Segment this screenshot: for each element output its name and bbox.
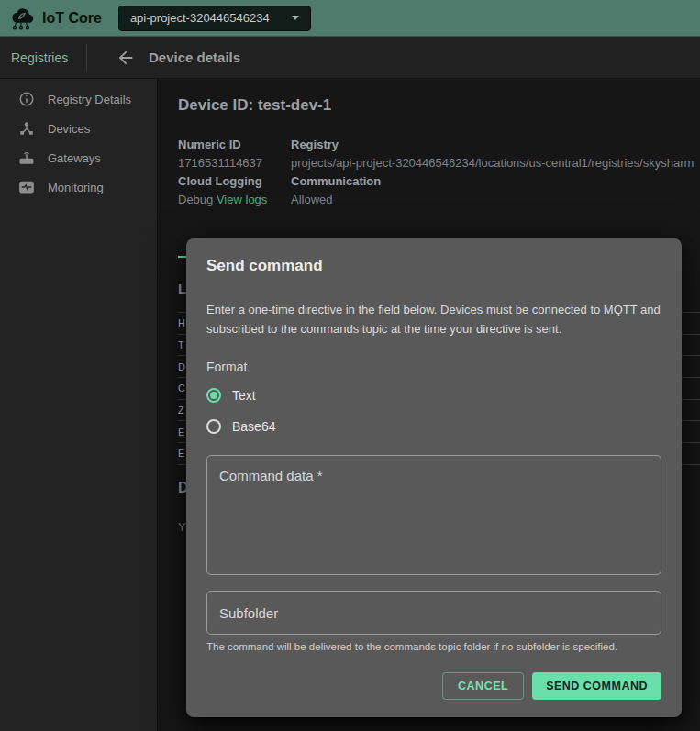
registry-value: projects/api-project-320446546234/locati…	[291, 154, 700, 172]
router-icon	[18, 150, 35, 166]
numeric-id-value: 1716531114637	[178, 154, 291, 172]
communication-label: Communication	[291, 172, 700, 191]
subfolder-helper-text: The command will be delivered to the com…	[206, 641, 661, 652]
project-selector-label: api-project-320446546234	[130, 11, 270, 25]
cloud-logging-label: Cloud Logging	[178, 172, 291, 191]
iot-core-app: IoT Core api-project-320446546234 Regist…	[0, 0, 700, 731]
app-title: IoT Core	[42, 10, 102, 27]
sidebar-item-monitoring[interactable]: Monitoring	[0, 172, 157, 202]
iot-core-logo-icon	[7, 6, 35, 31]
sidebar-item-devices[interactable]: Devices	[0, 114, 157, 143]
chevron-down-icon	[292, 16, 299, 20]
registries-link[interactable]: Registries	[11, 50, 68, 65]
radio-label: Base64	[232, 419, 275, 434]
radio-label: Text	[232, 388, 256, 403]
dialog-title: Send command	[206, 257, 661, 275]
sidebar-item-label: Gateways	[48, 151, 101, 165]
sidebar-item-label: Monitoring	[48, 181, 104, 194]
sidebar-item-registry-details[interactable]: Registry Details	[0, 84, 157, 114]
view-logs-link[interactable]: View logs	[217, 193, 267, 206]
device-id-heading: Device ID: test-dev-1	[178, 96, 331, 115]
monitoring-icon	[18, 179, 35, 195]
clipped-section-heading-1: L	[178, 281, 186, 296]
registry-label: Registry	[291, 136, 700, 154]
cancel-button[interactable]: CANCEL	[442, 672, 524, 700]
page-title: Device details	[149, 50, 240, 65]
dialog-actions: CANCEL SEND COMMAND	[206, 672, 661, 700]
arrow-left-icon	[116, 48, 136, 68]
row-label-fragment: E	[178, 426, 184, 437]
sidebar: Registry Details Devices Gateways Monito…	[0, 79, 158, 731]
page-header-bar: Registries Device details	[0, 37, 700, 79]
registries-nav: Registries	[0, 44, 87, 72]
clipped-section-text: Y	[178, 520, 186, 534]
dialog-description: Enter a one-time directive in the field …	[206, 300, 663, 338]
row-label-fragment: E	[178, 448, 184, 459]
row-label-fragment: C	[178, 382, 185, 393]
sidebar-item-label: Devices	[48, 122, 90, 136]
project-selector[interactable]: api-project-320446546234	[118, 6, 311, 31]
row-label-fragment: H	[178, 317, 185, 328]
row-label-fragment: D	[178, 361, 185, 372]
numeric-id-label: Numeric ID	[178, 136, 291, 154]
cloud-logging-value: Debug View logs	[178, 191, 291, 209]
cloud-logging-mode: Debug	[178, 193, 213, 206]
device-hub-icon	[18, 120, 35, 137]
radio-button-icon	[206, 388, 221, 403]
sidebar-item-gateways[interactable]: Gateways	[0, 143, 157, 172]
info-icon	[18, 91, 35, 107]
back-button[interactable]	[115, 47, 137, 69]
device-info-grid: Numeric ID Registry 1716531114637 projec…	[178, 136, 700, 209]
subfolder-input[interactable]	[206, 591, 661, 635]
format-radio-text[interactable]: Text	[206, 386, 661, 404]
row-label-fragment: T	[178, 339, 184, 350]
row-label-fragment: Z	[178, 404, 184, 415]
app-header: IoT Core api-project-320446546234	[0, 0, 700, 37]
communication-value: Allowed	[291, 191, 700, 209]
command-data-input[interactable]	[206, 455, 661, 575]
send-command-dialog: Send command Enter a one-time directive …	[186, 238, 682, 717]
radio-button-icon	[206, 419, 221, 434]
format-label: Format	[206, 360, 661, 374]
send-command-button[interactable]: SEND COMMAND	[532, 672, 661, 700]
format-radio-base64[interactable]: Base64	[206, 417, 661, 436]
sidebar-item-label: Registry Details	[48, 93, 131, 106]
